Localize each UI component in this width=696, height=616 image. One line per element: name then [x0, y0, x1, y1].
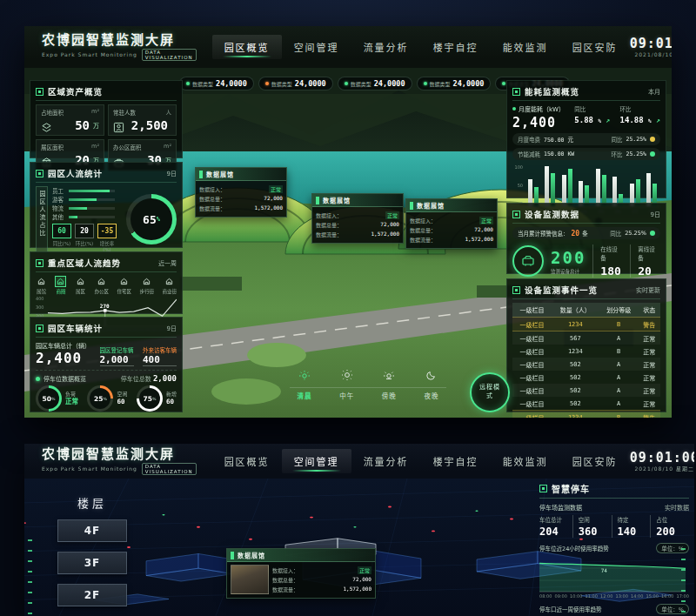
dashboard-screen-building: 农博园智慧监测大屏 Expo Park Smart Monitoring DAT… — [24, 444, 694, 616]
table-cell: 正常 — [639, 371, 660, 384]
panel-period: 9日 — [651, 210, 660, 218]
trend-tab-商业街[interactable]: 商业街 — [162, 276, 177, 295]
edge-ticks-decoration — [28, 539, 32, 616]
x-tick-label: 11:00 — [586, 593, 598, 599]
main-nav: 园区概览空间管理流量分析楼宇自控能效监测园区安防 — [212, 449, 630, 473]
energy-yoy: 同比 5.88 % ↗ — [574, 104, 610, 124]
stat-suffix: 万 — [93, 121, 99, 130]
scene-tooltip-3[interactable]: 数据展馆 数据接入：正常数据总量：72,000数据流量：1,572,000 — [405, 198, 498, 249]
floor-button-2F[interactable]: 2F — [57, 584, 127, 606]
table-row[interactable]: 一级栏目1234B正常 — [512, 345, 660, 358]
daytime-label-傍晚[interactable]: 傍晚 — [374, 391, 404, 400]
trend-tab-办公区[interactable]: 办公区 — [94, 276, 109, 295]
parking-donut-空闲: 25%空闲60 — [87, 385, 127, 412]
nav-item-2[interactable]: 空间管理 — [282, 449, 351, 473]
nav-item-2[interactable]: 空间管理 — [282, 35, 351, 59]
trend-tab-商圈[interactable]: 商圈 — [55, 276, 66, 295]
device-ring-icon — [512, 245, 544, 277]
parking-usage-chart: 74 08:0009:0010:0011:0012:0013:0014:0015… — [539, 556, 689, 599]
nav-item-1[interactable]: 园区概览 — [212, 449, 282, 473]
data-type-pill-4[interactable]: 数据类型24,0000 — [417, 77, 492, 90]
daytime-label-清晨[interactable]: 清晨 — [290, 391, 319, 400]
remote-mode-button[interactable]: 远程模式 — [470, 372, 510, 412]
building-icon — [75, 276, 86, 287]
x-tick-label: 15:00 — [646, 593, 659, 599]
bar-group-03 — [562, 164, 572, 206]
building-icon — [96, 276, 107, 287]
table-row[interactable]: 一级栏目567A正常 — [512, 331, 660, 345]
stat-label: 占地面积 — [41, 108, 64, 117]
nav-item-3[interactable]: 流量分析 — [351, 35, 421, 59]
bar-group-05 — [596, 164, 606, 206]
building-icon — [36, 276, 47, 287]
pill-dot-icon — [186, 82, 190, 85]
bar-group-01 — [528, 164, 539, 206]
parking-subheader: 停车场监测数据 实时数据 — [539, 503, 689, 512]
trend-tab-展区[interactable]: 展区 — [75, 276, 86, 295]
table-row[interactable]: 一级栏目1234B警告 — [512, 318, 660, 331]
stat-label: 常驻人数 — [113, 108, 136, 117]
nav-item-4[interactable]: 楼宇自控 — [421, 35, 491, 59]
data-type-pill-3[interactable]: 数据类型24,0000 — [338, 77, 412, 90]
clock-time: 09:01:00 — [630, 37, 672, 50]
pill-dot-icon — [424, 82, 427, 85]
table-row[interactable]: 一级栏目502A正常 — [512, 358, 660, 371]
table-row[interactable]: 一级栏目502A正常 — [512, 384, 660, 397]
page-title: 农博园智慧监测大屏 — [42, 33, 197, 48]
tooltip-row: 数据流量：1,572,000 — [272, 586, 371, 593]
status-dot-icon — [650, 231, 655, 236]
table-cell: 567 — [552, 331, 599, 345]
tooltip-row: 数据流量：1,572,000 — [410, 236, 493, 244]
nav-item-4[interactable]: 楼宇自控 — [421, 449, 491, 473]
nav-item-5[interactable]: 能效监测 — [491, 35, 560, 59]
floor-button-4F[interactable]: 4F — [57, 519, 127, 542]
nav-item-6[interactable]: 园区安防 — [560, 449, 630, 473]
parking-stat-空闲: 空闲360 — [572, 515, 612, 538]
trend-tab-展馆[interactable]: 展馆 — [36, 276, 47, 295]
table-cell: B — [599, 411, 639, 418]
tooltip-row: 数据总量：72,000 — [316, 221, 399, 229]
flow-boxes: 60同比(%)20环比(%)-35增长率(%) — [52, 224, 115, 252]
data-type-pill-2[interactable]: 数据类型24,0000 — [258, 77, 333, 90]
table-row[interactable]: 一级栏目502A正常 — [512, 371, 660, 384]
scene-tooltip-1[interactable]: 数据展馆 数据接入：正常数据总量：72,000数据流量：1,572,000 — [195, 167, 287, 218]
bar-group-04 — [579, 164, 589, 206]
stat-value: 50 — [75, 118, 90, 132]
bar-series-1 — [596, 169, 600, 206]
parking-overview-header: 停车位数据概览 停车位总数 2,000 — [36, 374, 177, 383]
daytime-label-中午[interactable]: 中午 — [332, 391, 362, 400]
scene-tooltip-building[interactable]: 数据展馆 数据接入：正常数据总量：72,000数据流量：1,572,000 — [226, 548, 376, 599]
panel-title: 智慧停车 — [552, 482, 590, 495]
tooltip-accent — [316, 197, 319, 204]
nav-item-1[interactable]: 园区概览 — [212, 35, 282, 59]
stat-label: 办公区面积 — [113, 143, 142, 151]
nav-item-5[interactable]: 能效监测 — [491, 449, 560, 473]
panel-asset-overview: 区域资产概览 占地面积m²50万常驻人数人2,500展区面积m²20万办公区面积… — [30, 80, 183, 158]
bar-group-07 — [630, 164, 640, 206]
floor-button-3F[interactable]: 3F — [57, 552, 127, 574]
table-cell: B — [599, 318, 639, 331]
tooltip-row: 数据总量：72,000 — [410, 226, 493, 234]
nav-item-3[interactable]: 流量分析 — [351, 449, 421, 473]
table-cell: 1234 — [552, 411, 599, 418]
sunrise-icon[interactable] — [290, 368, 319, 385]
scene-tooltip-2[interactable]: 数据展馆 数据接入：正常数据总量：72,000数据流量：1,572,000 — [311, 193, 404, 244]
data-type-pill-1[interactable]: 数据类型24,0000 — [179, 77, 254, 90]
table-cell: 502 — [552, 358, 599, 371]
panel-bullet-icon — [512, 88, 520, 96]
table-row[interactable]: 一级栏目502A正常 — [512, 397, 660, 411]
vehicle-total: 园区车辆总计（辆） 2,400 — [36, 341, 90, 366]
trend-tab-步行街[interactable]: 步行街 — [139, 276, 154, 295]
sunset-icon[interactable] — [374, 368, 404, 385]
table-row[interactable]: 一级栏目1234B警告 — [512, 411, 660, 418]
table-cell: 一级栏目 — [512, 358, 552, 371]
sun-icon[interactable] — [332, 368, 362, 385]
moon-icon[interactable] — [417, 368, 446, 385]
panel-period: 9日 — [167, 169, 177, 177]
table-cell: A — [599, 331, 639, 345]
daytime-label-夜晚[interactable]: 夜晚 — [417, 391, 446, 400]
stat-unit: m² — [91, 143, 99, 151]
trend-tab-住宅区[interactable]: 住宅区 — [117, 276, 131, 295]
panel-period: 本月 — [648, 87, 660, 96]
nav-item-6[interactable]: 园区安防 — [560, 35, 630, 59]
